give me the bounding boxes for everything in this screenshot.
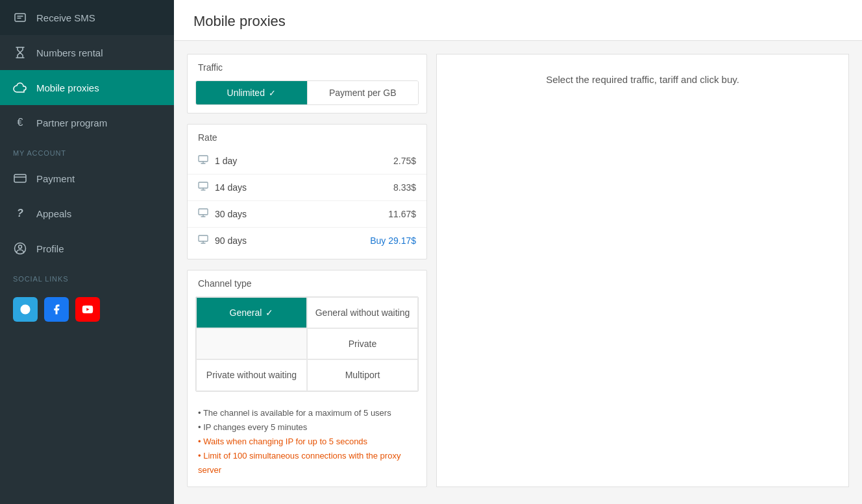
svg-rect-5 — [199, 209, 208, 215]
monitor-icon-14days — [198, 182, 208, 193]
sidebar-label-appeals: Appeals — [36, 208, 71, 219]
sidebar-item-numbers-rental[interactable]: Numbers rental — [0, 35, 174, 70]
social-links-section-label: SOCIAL LINKS — [0, 266, 174, 287]
rate-row-90days[interactable]: 90 days Buy 29.17$ — [188, 227, 426, 254]
rate-title: Rate — [188, 125, 426, 148]
channel-private-without-waiting[interactable]: Private without waiting — [196, 359, 307, 390]
hourglass-icon — [13, 45, 27, 60]
svg-rect-0 — [15, 14, 25, 21]
svg-rect-6 — [199, 235, 208, 241]
right-panel: Select the required traffic, tariff and … — [436, 54, 849, 487]
general-check-icon: ✓ — [265, 307, 273, 318]
private-label: Private — [349, 338, 377, 350]
unlimited-label: Unlimited — [227, 88, 265, 98]
appeals-icon: ? — [13, 206, 27, 221]
sidebar-label-numbers-rental: Numbers rental — [36, 47, 103, 58]
telegram-link[interactable] — [13, 297, 38, 322]
general-without-waiting-label: General without waiting — [315, 307, 410, 318]
channel-type-title: Channel type — [188, 270, 426, 294]
svg-rect-3 — [199, 156, 208, 162]
rate-card: Rate 1 day 2.75$ — [187, 124, 427, 259]
rate-row-30days[interactable]: 30 days 11.67$ — [188, 200, 426, 227]
svg-rect-4 — [199, 182, 208, 188]
traffic-title: Traffic — [188, 54, 426, 78]
facebook-link[interactable] — [44, 297, 69, 322]
svg-rect-1 — [14, 174, 26, 182]
my-account-section-label: MY ACCOUNT — [0, 140, 174, 161]
monitor-icon-30days — [198, 208, 208, 220]
rate-price-14days: 8.33$ — [393, 182, 416, 193]
sidebar-label-profile: Profile — [36, 243, 64, 254]
channel-type-card: Channel type General ✓ General without w… — [187, 270, 427, 487]
rate-left-90days: 90 days — [198, 235, 247, 246]
private-without-waiting-label: Private without waiting — [206, 369, 297, 381]
sidebar-item-receive-sms[interactable]: Receive SMS — [0, 0, 174, 35]
channel-general[interactable]: General ✓ — [196, 297, 307, 328]
sidebar-label-mobile-proxies: Mobile proxies — [36, 82, 99, 93]
social-links-container — [0, 287, 174, 332]
multiport-label: Multiport — [345, 369, 380, 381]
sidebar-item-appeals[interactable]: ? Appeals — [0, 196, 174, 231]
page-title: Mobile proxies — [193, 13, 843, 30]
monitor-icon-1day — [198, 155, 208, 167]
channel-description: • The channel is available for a maximum… — [188, 400, 426, 486]
sidebar-item-profile[interactable]: Profile — [0, 231, 174, 266]
sidebar-label-partner-program: Partner program — [36, 117, 107, 128]
channel-desc-line-3: • Waits when changing IP for up to 5 sec… — [198, 435, 416, 449]
rate-row-1day[interactable]: 1 day 2.75$ — [188, 148, 426, 174]
sidebar-item-mobile-proxies[interactable]: Mobile proxies — [0, 70, 174, 105]
content-area: Traffic Unlimited ✓ Payment per GB Rate — [174, 41, 862, 500]
rate-period-30days: 30 days — [215, 209, 247, 219]
rate-list: 1 day 2.75$ 14 days 8.33$ — [188, 148, 426, 259]
sidebar: Receive SMS Numbers rental Mobile proxie… — [0, 0, 174, 504]
rate-left-14days: 14 days — [198, 182, 247, 193]
sidebar-label-receive-sms: Receive SMS — [36, 12, 95, 23]
sidebar-item-payment[interactable]: Payment — [0, 161, 174, 196]
channel-desc-line-4: • Limit of 100 simultaneous connections … — [198, 449, 416, 477]
rate-left-30days: 30 days — [198, 208, 247, 220]
rate-period-90days: 90 days — [215, 235, 247, 246]
monitor-icon-90days — [198, 235, 208, 246]
payment-per-gb-toggle-btn[interactable]: Payment per GB — [308, 81, 419, 104]
sidebar-item-partner-program[interactable]: € Partner program — [0, 105, 174, 140]
right-panel-info-text: Select the required traffic, tariff and … — [546, 74, 739, 85]
general-label: General — [230, 307, 262, 318]
rate-buy-90days[interactable]: Buy 29.17$ — [370, 235, 416, 246]
channel-multiport[interactable]: Multiport — [307, 359, 418, 390]
sidebar-label-payment: Payment — [36, 173, 75, 184]
channel-desc-line-2: • IP changes every 5 minutes — [198, 420, 416, 435]
euro-icon: € — [13, 115, 27, 130]
rate-period-14days: 14 days — [215, 182, 247, 193]
page-header: Mobile proxies — [174, 0, 862, 41]
payment-icon — [13, 171, 27, 186]
sms-icon — [13, 10, 27, 25]
traffic-toggle: Unlimited ✓ Payment per GB — [195, 80, 419, 105]
payment-per-gb-label: Payment per GB — [329, 88, 397, 98]
channel-private[interactable]: Private — [307, 328, 418, 359]
rate-period-1day: 1 day — [215, 156, 237, 166]
rate-price-1day: 2.75$ — [393, 156, 416, 166]
channel-general-without-waiting[interactable]: General without waiting — [307, 297, 418, 328]
channel-type-grid: General ✓ General without waiting Privat… — [195, 296, 419, 392]
unlimited-toggle-btn[interactable]: Unlimited ✓ — [196, 81, 308, 104]
rate-row-14days[interactable]: 14 days 8.33$ — [188, 174, 426, 200]
channel-empty-2-1 — [196, 328, 307, 359]
profile-icon — [13, 241, 27, 256]
channel-desc-line-1: • The channel is available for a maximum… — [198, 406, 416, 420]
unlimited-check-icon: ✓ — [269, 88, 276, 98]
main-content: Mobile proxies Traffic Unlimited ✓ Payme… — [174, 0, 862, 504]
youtube-link[interactable] — [75, 297, 100, 322]
cloud-icon — [13, 80, 27, 95]
left-panel: Traffic Unlimited ✓ Payment per GB Rate — [187, 54, 427, 487]
rate-price-30days: 11.67$ — [388, 209, 416, 219]
rate-left-1day: 1 day — [198, 155, 237, 167]
traffic-card: Traffic Unlimited ✓ Payment per GB — [187, 54, 427, 114]
